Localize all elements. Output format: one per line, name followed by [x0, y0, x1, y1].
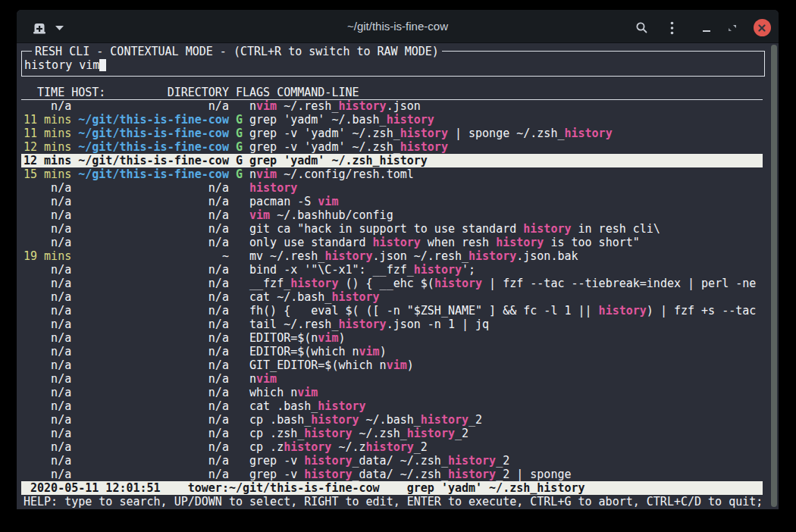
- history-row[interactable]: n/a n/a cp .bash_history ~/.bash_history…: [24, 413, 482, 427]
- history-row[interactable]: n/a n/a only use standard history when r…: [24, 236, 640, 249]
- history-row[interactable]: 11 mins ~/git/this-is-fine-cow G grep 'y…: [24, 113, 434, 127]
- terminal-window: ~/git/this-is-fine-cow: [17, 10, 779, 509]
- history-row[interactable]: n/a n/a cat .bash_history: [24, 399, 366, 413]
- search-icon: [635, 21, 648, 34]
- history-row[interactable]: n/a n/a nvim: [24, 372, 277, 386]
- history-row[interactable]: 19 mins ~ mv ~/.resh_history.json ~/.res…: [24, 249, 578, 263]
- history-row[interactable]: n/a n/a EDITOR=$(nvim): [24, 331, 345, 345]
- history-row[interactable]: n/a n/a cat ~/.bash_history: [24, 290, 380, 304]
- chevron-down-icon: [55, 26, 64, 30]
- window-title: ~/git/this-is-fine-cow: [168, 10, 627, 42]
- history-row[interactable]: 12 mins ~/git/this-is-fine-cow G grep 'y…: [24, 154, 428, 167]
- history-row[interactable]: n/a n/a grep -v history_data/ ~/.zsh_his…: [24, 454, 509, 468]
- history-row[interactable]: n/a n/a nvim ~/.resh_history.json: [24, 99, 421, 113]
- new-tab-icon: [33, 22, 46, 34]
- text-cursor: [99, 59, 106, 71]
- resh-box-title: RESH CLI - CONTEXTUAL MODE - (CTRL+R to …: [32, 45, 442, 58]
- menu-button[interactable]: [664, 11, 679, 44]
- restore-icon: [728, 23, 737, 33]
- history-row[interactable]: 15 mins ~/git/this-is-fine-cow G nvim ~/…: [24, 167, 414, 181]
- new-tab-button[interactable]: [30, 11, 49, 44]
- history-row[interactable]: n/a n/a tail ~/.resh_history.json -n 1 |…: [24, 318, 489, 331]
- history-row[interactable]: n/a n/a EDITOR=$(which nvim): [24, 345, 387, 358]
- history-row[interactable]: n/a n/a bind -x '"\C-x1": __fzf_history'…: [24, 263, 475, 277]
- history-row[interactable]: n/a n/a cp .zsh_history ~/.zsh_history_2: [24, 427, 469, 440]
- terminal-content: RESH CLI - CONTEXTUAL MODE - (CTRL+R to …: [17, 43, 779, 509]
- resh-search-box: RESH CLI - CONTEXTUAL MODE - (CTRL+R to …: [21, 51, 765, 77]
- titlebar: ~/git/this-is-fine-cow: [17, 10, 779, 43]
- minimize-icon: [702, 23, 711, 33]
- history-row[interactable]: n/a n/a grep -v history_data/ ~/.zsh_his…: [24, 468, 572, 481]
- history-row[interactable]: n/a n/a git ca "hack in support to use s…: [24, 222, 660, 236]
- search-button[interactable]: [632, 11, 650, 44]
- minimize-button[interactable]: [699, 11, 714, 44]
- help-line: HELP: type to search, UP/DOWN to select,…: [24, 495, 763, 509]
- history-row[interactable]: n/a n/a history: [24, 181, 297, 195]
- history-row[interactable]: 11 mins ~/git/this-is-fine-cow G grep -v…: [24, 127, 613, 140]
- scrollbar[interactable]: [771, 45, 777, 507]
- close-icon: [758, 24, 766, 32]
- restore-button[interactable]: [725, 11, 740, 44]
- history-row[interactable]: n/a n/a vim ~/.bashhub/config: [24, 208, 393, 222]
- kebab-menu-icon: [670, 21, 674, 35]
- history-row[interactable]: n/a n/a cp .zhistory ~/.zhistory_2: [24, 440, 428, 454]
- history-row[interactable]: n/a n/a which nvim: [24, 386, 318, 399]
- search-query-input[interactable]: history vim: [24, 58, 106, 72]
- history-row[interactable]: n/a n/a fh() { eval $( ([ -n "$ZSH_NAME"…: [24, 304, 756, 318]
- status-bar: 2020-05-11 12:01:51 tower:~/git/this-is-…: [24, 481, 585, 495]
- history-row[interactable]: n/a n/a pacman -S vim: [24, 195, 338, 208]
- history-row[interactable]: n/a n/a __fzf_history () { __ehc $(histo…: [24, 277, 756, 290]
- history-row[interactable]: 12 mins ~/git/this-is-fine-cow G grep -v…: [24, 140, 448, 154]
- history-row[interactable]: n/a n/a GIT_EDITOR=$(which nvim): [24, 358, 414, 372]
- close-button[interactable]: [752, 11, 772, 44]
- table-header: TIME HOST: DIRECTORY FLAGS COMMAND-LINE: [24, 86, 359, 99]
- tab-dropdown-button[interactable]: [52, 11, 67, 44]
